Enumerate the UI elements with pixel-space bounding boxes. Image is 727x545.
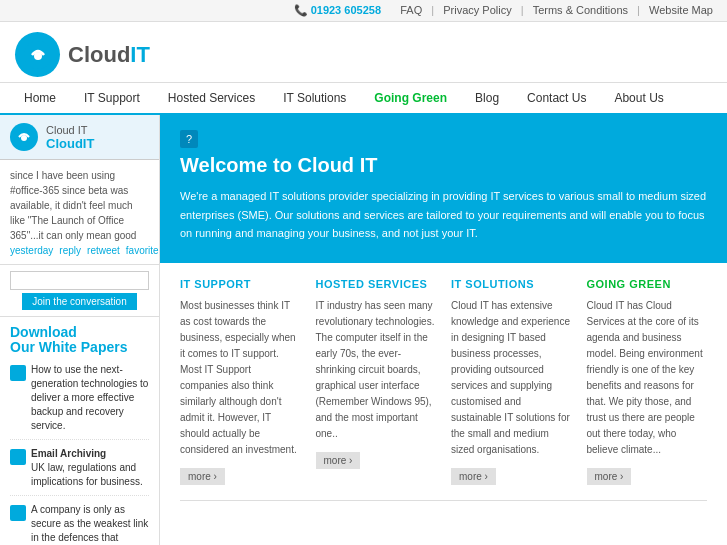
separator3: | bbox=[637, 4, 640, 16]
service-hosted-heading: HOSTED SERVICES bbox=[316, 278, 437, 290]
sidebar-brand-name: CloudIT bbox=[46, 136, 94, 151]
social-reply[interactable]: reply bbox=[59, 245, 81, 256]
svg-point-1 bbox=[34, 52, 42, 60]
services-divider bbox=[180, 500, 707, 501]
service-solutions-body: Cloud IT has extensive knowledge and exp… bbox=[451, 298, 572, 458]
nav-about[interactable]: About Us bbox=[600, 83, 677, 113]
service-hosted-more[interactable]: more bbox=[316, 452, 361, 469]
nav-home[interactable]: Home bbox=[10, 83, 70, 113]
social-retweet[interactable]: retweet bbox=[87, 245, 120, 256]
service-it-support-body: Most businesses think IT as cost towards… bbox=[180, 298, 301, 458]
logo-text: CloudIT bbox=[68, 42, 150, 68]
social-text: since I have been using #office-365 sinc… bbox=[10, 168, 149, 243]
service-it-solutions: IT SOLUTIONS Cloud IT has extensive know… bbox=[451, 278, 572, 485]
join-button[interactable]: Join the conversation bbox=[22, 293, 137, 310]
sidebar-downloads: Download Our White Papers How to use the… bbox=[0, 317, 159, 545]
hero-banner: ? Welcome to Cloud IT We're a managed IT… bbox=[160, 115, 727, 263]
nav-it-support[interactable]: IT Support bbox=[70, 83, 154, 113]
top-bar: 📞 01923 605258 FAQ | Privacy Policy | Te… bbox=[0, 0, 727, 22]
faq-link[interactable]: FAQ bbox=[400, 4, 422, 16]
phone-number[interactable]: 📞 01923 605258 bbox=[294, 4, 381, 16]
hero-body: We're a managed IT solutions provider sp… bbox=[180, 187, 707, 243]
hero-title: Welcome to Cloud IT bbox=[180, 154, 707, 177]
download-icon-3 bbox=[10, 505, 26, 521]
download-icon-1 bbox=[10, 365, 26, 381]
service-solutions-heading: IT SOLUTIONS bbox=[451, 278, 572, 290]
separator2: | bbox=[521, 4, 524, 16]
main-content: ? Welcome to Cloud IT We're a managed IT… bbox=[160, 115, 727, 545]
service-it-support: IT SUPPORT Most businesses think IT as c… bbox=[180, 278, 301, 485]
sidebar-brand-small: Cloud IT bbox=[46, 124, 94, 136]
service-green-more[interactable]: more bbox=[587, 468, 632, 485]
main-nav: Home IT Support Hosted Services IT Solut… bbox=[0, 83, 727, 115]
download-text-3: A company is only as secure as the weake… bbox=[31, 503, 149, 545]
svg-point-3 bbox=[21, 135, 27, 141]
service-it-support-more[interactable]: more bbox=[180, 468, 225, 485]
nav-blog[interactable]: Blog bbox=[461, 83, 513, 113]
download-text-2: Email Archiving UK law, regulations and … bbox=[31, 447, 149, 489]
sidebar: Cloud IT CloudIT since I have been using… bbox=[0, 115, 160, 545]
separator1: | bbox=[431, 4, 434, 16]
main-layout: Cloud IT CloudIT since I have been using… bbox=[0, 115, 727, 545]
service-hosted-services: HOSTED SERVICES IT industry has seen man… bbox=[316, 278, 437, 485]
service-going-green: GOING GREEN Cloud IT has Cloud Services … bbox=[587, 278, 708, 485]
service-solutions-more[interactable]: more bbox=[451, 468, 496, 485]
sidebar-social: since I have been using #office-365 sinc… bbox=[0, 160, 159, 265]
service-green-heading: GOING GREEN bbox=[587, 278, 708, 290]
social-meta: yesterday reply retweet favorite bbox=[10, 245, 149, 256]
social-favorite[interactable]: favorite bbox=[126, 245, 159, 256]
sitemap-link[interactable]: Website Map bbox=[649, 4, 713, 16]
services-grid: IT SUPPORT Most businesses think IT as c… bbox=[180, 278, 707, 485]
sidebar-brand-icon bbox=[10, 123, 38, 151]
nav-contact[interactable]: Contact Us bbox=[513, 83, 600, 113]
nav-hosted-services[interactable]: Hosted Services bbox=[154, 83, 269, 113]
download-text-1: How to use the next-generation technolog… bbox=[31, 363, 149, 433]
download-item-3: A company is only as secure as the weake… bbox=[10, 503, 149, 545]
privacy-link[interactable]: Privacy Policy bbox=[443, 4, 511, 16]
sidebar-join: Join the conversation bbox=[0, 265, 159, 317]
nav-going-green[interactable]: Going Green bbox=[360, 83, 461, 113]
service-it-support-heading: IT SUPPORT bbox=[180, 278, 301, 290]
downloads-title: Download Our White Papers bbox=[10, 325, 149, 356]
logo-icon bbox=[15, 32, 60, 77]
sidebar-brand: Cloud IT CloudIT bbox=[0, 115, 159, 160]
header: CloudIT bbox=[0, 22, 727, 83]
hero-icon: ? bbox=[180, 130, 198, 148]
logo[interactable]: CloudIT bbox=[15, 32, 150, 77]
sidebar-brand-labels: Cloud IT CloudIT bbox=[46, 124, 94, 151]
download-icon-2 bbox=[10, 449, 26, 465]
service-hosted-body: IT industry has seen many revolutionary … bbox=[316, 298, 437, 442]
services-section: IT SUPPORT Most businesses think IT as c… bbox=[160, 263, 727, 500]
terms-link[interactable]: Terms & Conditions bbox=[533, 4, 628, 16]
download-item-1: How to use the next-generation technolog… bbox=[10, 363, 149, 440]
social-yesterday[interactable]: yesterday bbox=[10, 245, 53, 256]
nav-it-solutions[interactable]: IT Solutions bbox=[269, 83, 360, 113]
service-green-body: Cloud IT has Cloud Services at the core … bbox=[587, 298, 708, 458]
download-item-2: Email Archiving UK law, regulations and … bbox=[10, 447, 149, 496]
join-input[interactable] bbox=[10, 271, 149, 290]
